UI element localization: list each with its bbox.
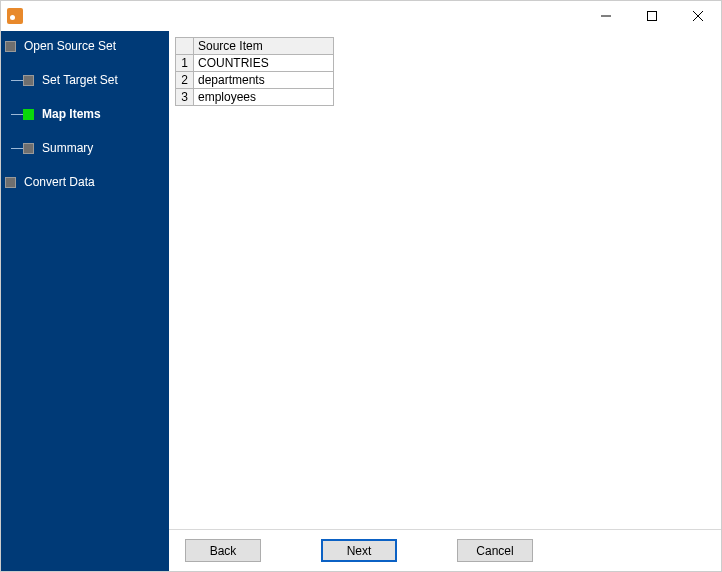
wizard-step-summary[interactable]: Summary — [23, 139, 165, 157]
step-label: Map Items — [42, 107, 101, 121]
table-row[interactable]: 2 departments — [176, 72, 334, 89]
maximize-icon — [647, 11, 657, 21]
table-corner — [176, 38, 194, 55]
close-button[interactable] — [675, 1, 721, 31]
button-label: Next — [347, 544, 372, 558]
row-number: 1 — [176, 55, 194, 72]
row-number: 3 — [176, 89, 194, 106]
table-row[interactable]: 1 COUNTRIES — [176, 55, 334, 72]
wizard-step-convert-data[interactable]: Convert Data — [5, 173, 165, 191]
source-items-table[interactable]: Source Item 1 COUNTRIES 2 departments 3 … — [175, 37, 334, 106]
tree-connector — [11, 148, 23, 149]
minimize-button[interactable] — [583, 1, 629, 31]
step-marker-icon — [5, 177, 16, 188]
cell-source-item[interactable]: employees — [194, 89, 334, 106]
close-icon — [693, 11, 703, 21]
tree-connector — [11, 80, 23, 81]
wizard-button-bar: Back Next Cancel — [169, 529, 721, 571]
table-header-row: Source Item — [176, 38, 334, 55]
row-number: 2 — [176, 72, 194, 89]
minimize-icon — [601, 11, 611, 21]
step-label: Summary — [42, 141, 93, 155]
button-label: Back — [210, 544, 237, 558]
next-button[interactable]: Next — [321, 539, 397, 562]
title-bar — [1, 1, 721, 31]
step-marker-icon — [23, 143, 34, 154]
svg-rect-1 — [648, 12, 657, 21]
wizard-sidebar: Open Source Set Set Target Set Map Items… — [1, 31, 169, 571]
tree-connector — [11, 114, 23, 115]
step-marker-icon — [5, 41, 16, 52]
wizard-step-set-target-set[interactable]: Set Target Set — [23, 71, 165, 89]
window-controls — [583, 1, 721, 31]
wizard-step-map-items[interactable]: Map Items — [23, 105, 165, 123]
column-header-source-item[interactable]: Source Item — [194, 38, 334, 55]
cell-source-item[interactable]: COUNTRIES — [194, 55, 334, 72]
wizard-step-open-source-set[interactable]: Open Source Set — [5, 37, 165, 55]
step-marker-icon — [23, 75, 34, 86]
table-row[interactable]: 3 employees — [176, 89, 334, 106]
step-label: Open Source Set — [24, 39, 116, 53]
cell-source-item[interactable]: departments — [194, 72, 334, 89]
button-label: Cancel — [476, 544, 513, 558]
step-label: Set Target Set — [42, 73, 118, 87]
step-label: Convert Data — [24, 175, 95, 189]
back-button[interactable]: Back — [185, 539, 261, 562]
cancel-button[interactable]: Cancel — [457, 539, 533, 562]
step-marker-icon — [23, 109, 34, 120]
source-items-panel: Source Item 1 COUNTRIES 2 departments 3 … — [169, 31, 721, 529]
maximize-button[interactable] — [629, 1, 675, 31]
app-icon — [7, 8, 23, 24]
